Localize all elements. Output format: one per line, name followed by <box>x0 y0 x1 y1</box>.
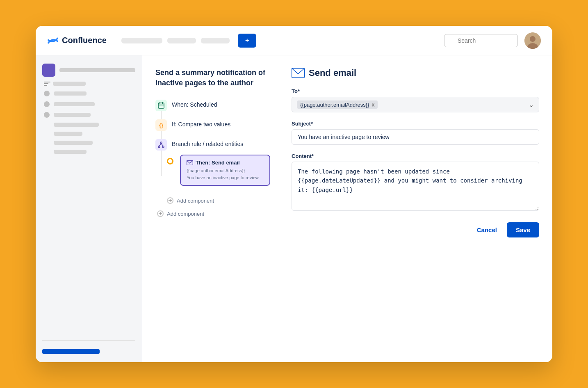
send-email-icon <box>292 68 305 78</box>
sidebar-label-5 <box>54 132 82 136</box>
sidebar-dot-2 <box>44 101 50 107</box>
form-header: Send email <box>292 68 539 78</box>
sidebar-label-2 <box>54 102 95 106</box>
form-title: Send email <box>309 68 356 78</box>
content-textarea[interactable]: The following page hasn't been updated s… <box>292 162 539 211</box>
svg-point-1 <box>530 36 536 42</box>
content-area: Send a summary notification of inactive … <box>142 55 552 362</box>
to-tag: {{page.author.emailAddress}} x <box>297 100 378 109</box>
branch-card-title: Then: Send email <box>196 160 240 166</box>
branch-card-email-icon <box>187 160 193 165</box>
cancel-button[interactable]: Cancel <box>472 222 502 237</box>
nav-pills <box>121 38 230 43</box>
add-component-dot-1 <box>167 197 173 204</box>
filter-line-1 <box>44 82 50 82</box>
form-group-content: Content* The following page hasn't been … <box>292 153 539 212</box>
svg-point-7 <box>160 142 162 144</box>
workflow-panel: Send a summary notification of inactive … <box>155 68 278 350</box>
confluence-logo-icon <box>47 35 59 46</box>
sidebar-blue-button[interactable] <box>42 349 100 354</box>
app-window: Confluence + <box>36 26 552 362</box>
add-button[interactable]: + <box>238 34 256 48</box>
branch-card-email: {{page.author.emailAddress}} <box>187 167 264 174</box>
user-avatar-image <box>524 32 541 49</box>
svg-line-11 <box>161 144 163 146</box>
step-branch[interactable]: Branch rule / related entities <box>155 139 278 151</box>
sidebar-filter-label <box>53 82 86 86</box>
search-input[interactable] <box>444 34 518 47</box>
sidebar-row-5[interactable] <box>42 132 135 136</box>
sidebar-row-1[interactable] <box>42 91 135 96</box>
form-group-subject: Subject* <box>292 121 539 145</box>
sidebar-active-label <box>59 68 135 72</box>
save-button[interactable]: Save <box>507 222 539 237</box>
header-right <box>444 32 541 49</box>
branch-label: Branch rule / related entities <box>172 139 243 147</box>
workflow-steps: When: Scheduled {} If: Compare two value… <box>155 100 278 192</box>
add-icon-1 <box>169 199 172 202</box>
branch-card-header: Then: Send email <box>187 160 264 166</box>
to-field-chevron[interactable]: ⌄ <box>529 101 534 109</box>
to-field[interactable]: {{page.author.emailAddress}} x ⌄ <box>292 97 539 112</box>
compare-icon: {} <box>155 119 167 131</box>
step-compare[interactable]: {} If: Compare two values <box>155 119 278 139</box>
add-component-label-2: Add component <box>167 211 204 217</box>
add-component-label-1: Add component <box>177 198 214 204</box>
sidebar-dot-3 <box>44 112 50 118</box>
form-panel: Send email To* {{page.author.emailAddres… <box>292 68 539 350</box>
form-group-to: To* {{page.author.emailAddress}} x ⌄ <box>292 88 539 112</box>
subject-label: Subject* <box>292 121 539 127</box>
branch-node-area: Then: Send email {{page.author.emailAddr… <box>161 151 278 192</box>
scheduled-icon <box>155 100 167 111</box>
sidebar-filter-row <box>42 82 135 86</box>
content-label: Content* <box>292 153 539 159</box>
nav-pill-3[interactable] <box>201 38 230 43</box>
sidebar-label-4 <box>54 123 99 127</box>
form-actions: Cancel Save <box>292 222 539 237</box>
sidebar-row-2[interactable] <box>42 101 135 107</box>
branch-card[interactable]: Then: Send email {{page.author.emailAddr… <box>180 155 270 186</box>
branch-icon <box>155 139 167 151</box>
svg-rect-3 <box>158 103 164 108</box>
workflow-title: Send a summary notification of inactive … <box>155 68 278 88</box>
filter-line-2 <box>44 83 48 84</box>
sidebar-label-3 <box>54 113 91 117</box>
main-layout: Send a summary notification of inactive … <box>36 55 552 362</box>
add-component-1[interactable]: Add component <box>155 197 278 204</box>
sidebar-label-6 <box>54 141 93 145</box>
to-label: To* <box>292 88 539 94</box>
sidebar-row-7[interactable] <box>42 150 135 154</box>
sidebar-row-6[interactable] <box>42 141 135 145</box>
sidebar-purple-icon <box>42 64 55 77</box>
add-component-2[interactable]: Add component <box>155 210 278 217</box>
branch-sub-area: Then: Send email {{page.author.emailAddr… <box>155 151 278 192</box>
scheduled-label: When: Scheduled <box>172 100 217 108</box>
sidebar <box>36 55 142 362</box>
compare-label: If: Compare two values <box>172 119 230 128</box>
nav-pill-1[interactable] <box>121 38 162 43</box>
svg-point-8 <box>158 146 160 148</box>
sidebar-bottom <box>42 340 135 354</box>
branch-circle-dot <box>167 158 173 164</box>
branch-card-subject: You have an inactive page to review <box>187 174 264 181</box>
sidebar-row-4[interactable] <box>42 123 135 127</box>
avatar[interactable] <box>524 32 541 49</box>
to-tag-value: {{page.author.emailAddress}} <box>300 102 369 108</box>
filter-line-3 <box>44 85 47 86</box>
subject-input[interactable] <box>292 129 539 145</box>
step-scheduled[interactable]: When: Scheduled <box>155 100 278 119</box>
add-component-dot-2 <box>157 210 164 217</box>
filter-icon <box>44 82 50 86</box>
logo-text: Confluence <box>62 36 107 45</box>
to-tag-remove[interactable]: x <box>371 101 374 108</box>
header: Confluence + <box>36 26 552 55</box>
sidebar-label-1 <box>54 91 87 96</box>
sidebar-row-3[interactable] <box>42 112 135 118</box>
svg-line-10 <box>159 144 161 146</box>
search-wrap <box>444 34 518 47</box>
nav-pill-2[interactable] <box>167 38 196 43</box>
add-icon: + <box>245 37 249 44</box>
sidebar-label-7 <box>54 150 87 154</box>
sidebar-active-item[interactable] <box>42 64 135 77</box>
logo: Confluence <box>47 35 107 46</box>
